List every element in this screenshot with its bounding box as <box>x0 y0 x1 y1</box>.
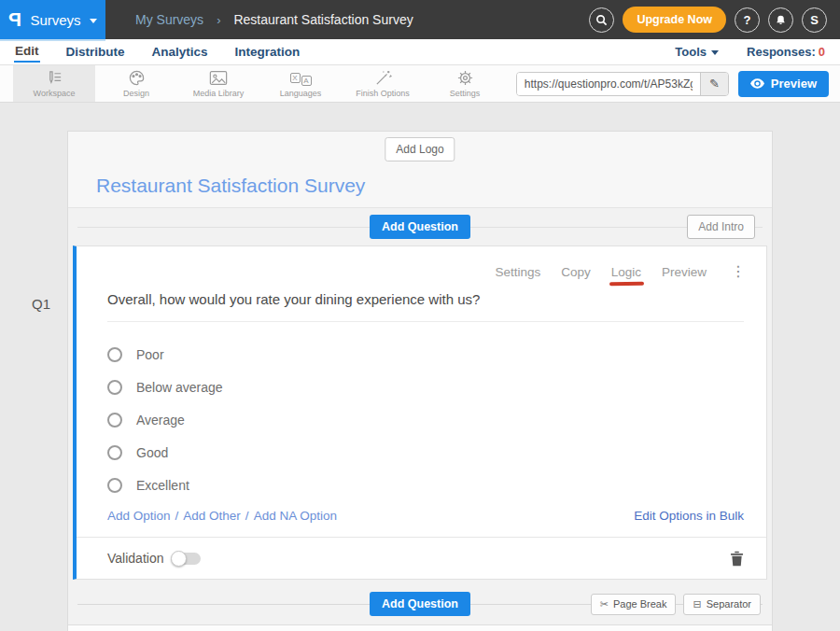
separator-label: Separator <box>707 598 751 610</box>
pencil-icon: ✎ <box>709 77 720 91</box>
add-question-button-bottom[interactable]: Add Question <box>370 592 470 616</box>
preview-button[interactable]: Preview <box>738 71 829 97</box>
radio-button[interactable] <box>107 380 122 395</box>
answer-options-list: Poor Below average Average Good Excellen… <box>107 338 766 501</box>
radio-button[interactable] <box>107 347 122 362</box>
option-row: Poor <box>107 338 766 371</box>
question-preview-link[interactable]: Preview <box>662 265 707 279</box>
toggle-knob <box>171 551 187 567</box>
logic-label: Logic <box>611 265 641 279</box>
add-other-link[interactable]: Add Other <box>183 509 241 523</box>
option-label[interactable]: Average <box>136 413 185 428</box>
search-icon <box>595 14 608 26</box>
survey-title[interactable]: Restaurant Satisfaction Survey <box>96 175 365 197</box>
question-copy-link[interactable]: Copy <box>561 265 591 279</box>
trash-icon <box>730 551 744 567</box>
option-row: Average <box>107 403 766 436</box>
notifications-button[interactable] <box>768 7 793 33</box>
breadcrumb-current-survey: Restaurant Satisfaction Survey <box>233 12 413 27</box>
validation-toggle[interactable] <box>173 553 201 565</box>
search-button[interactable] <box>589 7 614 33</box>
next-section-preview <box>68 624 772 631</box>
tab-integration[interactable]: Integration <box>234 43 301 62</box>
option-row: Excellent <box>107 469 766 501</box>
question-card: Settings Copy Logic Preview ⋮ Overall, h… <box>73 245 767 580</box>
avatar-initial: S <box>810 13 819 27</box>
page-break-button[interactable]: ✂ Page Break <box>591 594 677 615</box>
tab-edit[interactable]: Edit <box>14 42 40 63</box>
gear-icon <box>456 69 474 87</box>
user-avatar[interactable]: S <box>802 7 827 33</box>
question-logic-link[interactable]: Logic <box>611 265 641 279</box>
responses-counter[interactable]: Responses:0 <box>747 45 825 59</box>
question-settings-link[interactable]: Settings <box>495 265 540 279</box>
separator-box-icon: ⊟ <box>693 598 701 610</box>
bell-icon <box>775 14 787 26</box>
product-label: Surveys <box>30 12 80 28</box>
toolbar-item-workspace[interactable]: Workspace <box>13 65 95 102</box>
option-row: Good <box>107 436 766 469</box>
insert-element-buttons: ✂ Page Break ⊟ Separator <box>591 594 761 615</box>
radio-button[interactable] <box>107 445 122 460</box>
toolbar-item-media-library[interactable]: Media Library <box>177 65 259 102</box>
toolbar-item-label: Settings <box>450 89 481 98</box>
option-label[interactable]: Poor <box>136 347 164 362</box>
add-logo-button[interactable]: Add Logo <box>385 137 455 161</box>
survey-card: Add Logo Restaurant Satisfaction Survey … <box>67 131 773 631</box>
topbar-actions: Upgrade Now ? S <box>589 7 827 33</box>
kebab-menu-icon[interactable]: ⋮ <box>731 264 746 279</box>
add-na-option-link[interactable]: Add NA Option <box>254 509 337 523</box>
nav-right-group: Tools Responses:0 <box>675 45 825 59</box>
question-actions: Settings Copy Logic Preview ⋮ <box>77 246 766 279</box>
image-icon <box>209 69 228 87</box>
option-label[interactable]: Good <box>136 445 168 460</box>
toolbar-item-settings[interactable]: Settings <box>424 65 506 102</box>
link-separator: / <box>175 509 179 523</box>
toolbar-item-label: Workspace <box>34 89 76 98</box>
editor-toolbar: Workspace Design Media Library XA Langua… <box>0 65 840 103</box>
breadcrumb-my-surveys[interactable]: My Surveys <box>135 12 203 27</box>
palette-icon <box>128 69 146 87</box>
surveys-product-menu[interactable]: P Surveys <box>0 0 105 39</box>
validation-label: Validation <box>107 551 163 566</box>
breadcrumb-separator: › <box>217 13 220 27</box>
add-question-button-top[interactable]: Add Question <box>370 215 470 239</box>
survey-header: Add Logo Restaurant Satisfaction Survey <box>68 132 772 208</box>
workspace-icon <box>46 69 63 87</box>
toolbar-item-label: Design <box>123 89 149 98</box>
toolbar-item-languages[interactable]: XA Languages <box>259 65 342 102</box>
option-label[interactable]: Excellent <box>136 478 189 493</box>
radio-button[interactable] <box>107 478 122 493</box>
breadcrumb: My Surveys › Restaurant Satisfaction Sur… <box>135 12 413 27</box>
survey-url-input[interactable] <box>517 73 700 95</box>
toolbar-item-label: Finish Options <box>356 89 410 98</box>
edit-options-in-bulk-link[interactable]: Edit Options in Bulk <box>634 509 744 523</box>
tab-distribute[interactable]: Distribute <box>65 43 126 62</box>
upgrade-now-button[interactable]: Upgrade Now <box>623 7 726 33</box>
question-number-label: Q1 <box>32 296 50 312</box>
tools-label: Tools <box>675 45 707 59</box>
add-question-row-top: Add Question Add Intro <box>68 208 772 245</box>
add-option-link[interactable]: Add Option <box>107 509 171 523</box>
delete-question-button[interactable] <box>730 551 744 567</box>
help-button[interactable]: ? <box>735 7 760 33</box>
red-underline-annotation <box>609 281 644 286</box>
radio-button[interactable] <box>107 413 122 428</box>
toolbar-item-design[interactable]: Design <box>95 65 177 102</box>
edit-url-button[interactable]: ✎ <box>700 73 728 95</box>
add-intro-button[interactable]: Add Intro <box>687 215 755 239</box>
magic-wand-icon <box>374 69 392 87</box>
chevron-down-icon <box>90 19 97 23</box>
option-label[interactable]: Below average <box>136 380 223 395</box>
separator-button[interactable]: ⊟ Separator <box>683 594 761 615</box>
tab-analytics[interactable]: Analytics <box>151 43 209 62</box>
tools-menu[interactable]: Tools <box>675 45 719 59</box>
top-bar: P Surveys My Surveys › Restaurant Satisf… <box>0 0 840 39</box>
eye-icon <box>750 78 764 89</box>
responses-count: 0 <box>819 45 825 59</box>
translate-icon: XA <box>290 69 312 87</box>
link-separator: / <box>245 509 249 523</box>
preview-label: Preview <box>771 77 817 91</box>
toolbar-item-finish-options[interactable]: Finish Options <box>342 65 424 102</box>
question-text[interactable]: Overall, how would you rate your dining … <box>107 291 744 322</box>
